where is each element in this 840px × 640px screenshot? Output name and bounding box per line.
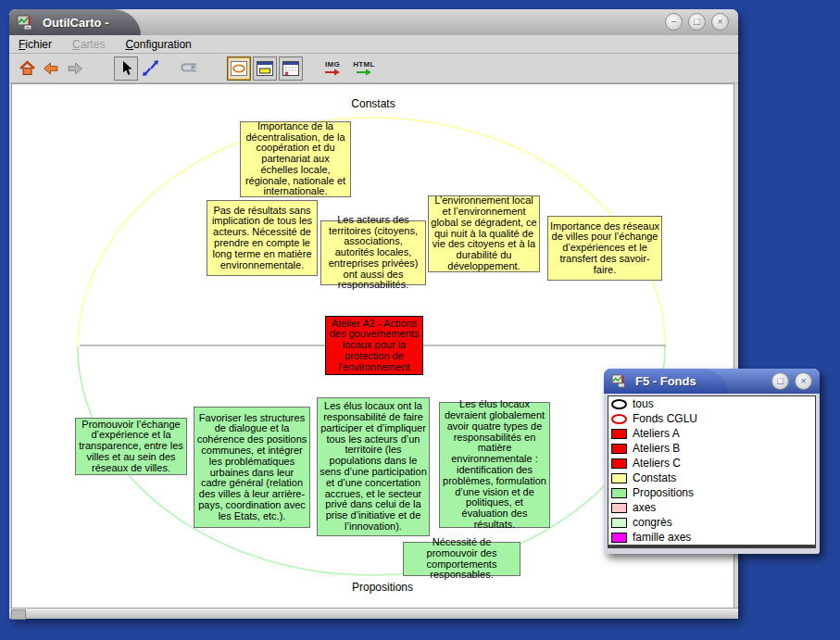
back-button[interactable] bbox=[40, 57, 62, 80]
list-item-ateliers-b[interactable]: Ateliers B bbox=[608, 441, 815, 456]
link-tool-button[interactable] bbox=[140, 57, 162, 80]
palette-titlebar[interactable]: F5 - Fonds □ × bbox=[604, 369, 820, 394]
color-swatch-icon bbox=[611, 444, 627, 454]
color-swatch-icon bbox=[611, 429, 627, 439]
app-icon bbox=[611, 374, 628, 388]
close-button[interactable]: × bbox=[711, 13, 729, 31]
box-view-icon bbox=[257, 61, 273, 76]
propositions-label: Propositions bbox=[332, 581, 433, 594]
concept-node[interactable]: Favoriser les structures de dialogue et … bbox=[194, 407, 310, 528]
menubar: Fichier Cartes Configuration bbox=[9, 35, 738, 54]
menu-cartes[interactable]: Cartes bbox=[72, 38, 105, 51]
export-img-button[interactable]: IMG bbox=[319, 56, 346, 81]
concept-node[interactable]: Les élus locaux devraient globalement av… bbox=[439, 402, 550, 528]
home-button[interactable] bbox=[16, 57, 38, 80]
maximize-button[interactable]: □ bbox=[688, 13, 706, 31]
concept-node[interactable]: Les acteurs des territoires (citoyens, a… bbox=[320, 220, 426, 285]
export-html-icon bbox=[356, 69, 372, 76]
forward-button[interactable] bbox=[64, 57, 86, 80]
oval-view-button[interactable] bbox=[227, 56, 251, 81]
minimize-button[interactable]: − bbox=[665, 13, 683, 31]
forward-arrow-icon bbox=[67, 62, 83, 75]
list-item-tous[interactable]: tous bbox=[608, 396, 815, 411]
window-corner-grip[interactable] bbox=[11, 609, 26, 620]
window-bottom-border bbox=[9, 608, 738, 619]
form-view-icon bbox=[282, 61, 299, 76]
ellipse-swatch-icon bbox=[611, 414, 627, 424]
palette-window-title: F5 - Fonds bbox=[635, 374, 696, 388]
menu-fichier[interactable]: Fichier bbox=[19, 38, 52, 51]
palette-close-button[interactable]: × bbox=[795, 372, 812, 390]
toolbar: IMG HTML bbox=[9, 54, 738, 83]
link-tool-icon bbox=[142, 60, 160, 77]
list-item-constats[interactable]: Constats bbox=[608, 471, 815, 485]
fonds-list: tous Fonds CGLU Ateliers A Ateliers B At… bbox=[608, 395, 816, 548]
color-swatch-icon bbox=[611, 473, 627, 483]
menu-configuration[interactable]: Configuration bbox=[125, 38, 191, 51]
select-cursor-icon bbox=[120, 60, 132, 76]
list-item-ateliers-a[interactable]: Ateliers A bbox=[608, 426, 815, 441]
list-item-par-famille[interactable]: par famille bbox=[608, 545, 815, 548]
list-item-fonds-cglu[interactable]: Fonds CGLU bbox=[608, 411, 815, 426]
ellipse-swatch-icon bbox=[611, 399, 627, 409]
desktop: { "main_window": { "title": "OutilCarto … bbox=[0, 0, 840, 640]
constats-label: Constats bbox=[327, 97, 420, 110]
concept-node[interactable]: Pas de résultats sans implication de tou… bbox=[207, 200, 318, 276]
list-item-congres[interactable]: congrès bbox=[608, 515, 815, 530]
undo-loop-icon bbox=[177, 62, 199, 74]
concept-node[interactable]: Importance des réseaux de villes pour l’… bbox=[547, 216, 662, 281]
concept-node[interactable]: Les élus locaux ont la responsabilité de… bbox=[317, 397, 430, 536]
oval-view-icon bbox=[231, 61, 247, 76]
app-icon bbox=[17, 15, 35, 31]
select-tool-button[interactable] bbox=[114, 56, 138, 81]
back-arrow-icon bbox=[43, 62, 59, 75]
color-swatch-icon bbox=[611, 488, 627, 498]
main-window-title: OutilCarto - bbox=[43, 16, 109, 30]
list-item-propositions[interactable]: Propositions bbox=[608, 485, 815, 500]
concept-node[interactable]: Nécessité de promouvoir des comportement… bbox=[403, 542, 520, 576]
undo-loop-button[interactable] bbox=[177, 57, 199, 80]
concept-node[interactable]: Promouvoir l’échange d’expérience et la … bbox=[75, 418, 187, 475]
palette-maximize-button[interactable]: □ bbox=[771, 372, 789, 390]
concept-node[interactable]: Importance de la décentralisation, de la… bbox=[240, 121, 351, 197]
color-swatch-icon bbox=[611, 533, 627, 543]
concept-node[interactable]: L’environnement local et l’environnement… bbox=[428, 195, 540, 272]
list-item-famille-axes[interactable]: famille axes bbox=[608, 530, 815, 545]
main-titlebar[interactable]: OutilCarto - − □ × bbox=[9, 9, 738, 35]
list-item-ateliers-c[interactable]: Ateliers C bbox=[608, 456, 815, 471]
fonds-palette-window: F5 - Fonds □ × tous Fonds CGLU Ateliers … bbox=[604, 369, 820, 554]
color-swatch-icon bbox=[611, 503, 627, 513]
box-view-button[interactable] bbox=[253, 56, 277, 81]
list-item-axes[interactable]: axes bbox=[608, 500, 815, 515]
concept-node-atelier[interactable]: Atelier A2 - Actions des gouvernements l… bbox=[325, 316, 423, 375]
color-swatch-icon bbox=[611, 518, 627, 528]
export-img-icon bbox=[324, 69, 341, 76]
export-html-button[interactable]: HTML bbox=[350, 56, 378, 81]
color-swatch-icon bbox=[611, 458, 627, 469]
form-view-button[interactable] bbox=[279, 56, 303, 81]
main-title-tab: OutilCarto - bbox=[9, 9, 141, 35]
palette-title-tab: F5 - Fonds bbox=[604, 369, 728, 394]
home-icon bbox=[19, 60, 36, 76]
